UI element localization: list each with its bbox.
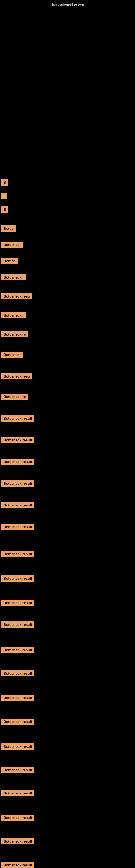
bottleneck-item: B bbox=[1, 179, 8, 186]
bottleneck-item: Bottleneck result bbox=[1, 790, 34, 796]
bottleneck-item: Bottleneck result bbox=[1, 695, 34, 701]
bottleneck-item: E bbox=[1, 207, 8, 213]
bottleneck-item: Bottleneck result bbox=[1, 437, 34, 443]
bottleneck-item: | bbox=[1, 193, 7, 199]
bottleneck-item: Bottleneck result bbox=[1, 670, 34, 677]
bottleneck-item: Bottleneck result bbox=[1, 814, 34, 821]
bottleneck-item: Bottleneck result bbox=[1, 575, 34, 582]
bottleneck-item: Bottleneck result bbox=[1, 551, 34, 557]
bottleneck-item: Bottleneck result bbox=[1, 524, 34, 530]
bottleneck-item: Bottleneck result bbox=[1, 502, 34, 508]
site-title: TheBottlenecker.com bbox=[0, 0, 135, 8]
bottleneck-item: Bottleneck result bbox=[1, 838, 34, 844]
bottleneck-item: Bottleneck r bbox=[1, 312, 26, 318]
bottleneck-item: Bottleneck result bbox=[1, 862, 34, 868]
bottleneck-item: Bottleneck re bbox=[1, 331, 28, 337]
bottleneck-item: Bottleneck result bbox=[1, 647, 34, 653]
bottleneck-item: Bottle bbox=[1, 225, 16, 231]
bottleneck-item: Bottleneck result bbox=[1, 767, 34, 773]
bottleneck-item: Bottleneck result bbox=[1, 415, 34, 422]
bottleneck-item: Bottleneck re bbox=[1, 394, 28, 400]
bottleneck-item: Bottleneck bbox=[1, 242, 24, 248]
bottleneck-item: Bottleneck resu bbox=[1, 373, 32, 379]
bottleneck-item: Bottleneck result bbox=[1, 480, 34, 487]
bottleneck-item: Bottleneck result bbox=[1, 718, 34, 725]
bottleneck-item: Bottleneck result bbox=[1, 744, 34, 750]
bottleneck-item: Bottleneck r bbox=[1, 274, 26, 280]
bottleneck-item: Bottleneck result bbox=[1, 600, 34, 606]
bottleneck-item: Bottleneck result bbox=[1, 459, 34, 465]
bottleneck-item: Bottleneck result bbox=[1, 621, 34, 628]
bottleneck-item: Bottleneck bbox=[1, 351, 24, 358]
bottleneck-item: Bottleneck resu bbox=[1, 293, 32, 300]
bottleneck-item: Bottlen bbox=[1, 258, 18, 264]
content-area: B|EBottleBottleneckBottlenBottleneck rBo… bbox=[0, 8, 135, 868]
